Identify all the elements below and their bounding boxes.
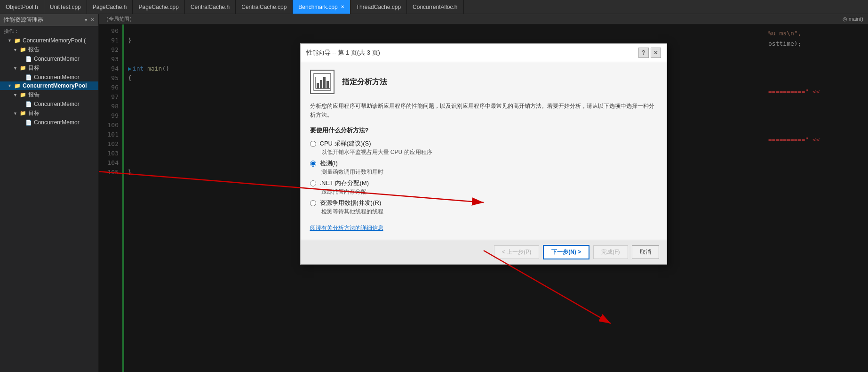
folder-icon: 📁	[20, 110, 26, 116]
radio-label-dotnet[interactable]: .NET 内存分配(M)	[310, 179, 657, 187]
finish-button[interactable]: 完成(F)	[593, 245, 628, 259]
chevron-down-icon: ▼	[13, 48, 18, 52]
close-tab-icon[interactable]: ✕	[341, 4, 344, 9]
tab-label: ObjectPool.h	[6, 4, 38, 10]
radio-item-dotnet: .NET 内存分配(M) 跟踪托管内存分配	[310, 179, 657, 196]
sidebar-pin-icon[interactable]: ▾	[85, 17, 88, 23]
dialog-titlebar: 性能向导 -- 第 1 页(共 3 页) ? ✕	[301, 44, 667, 62]
radio-dotnet[interactable]	[310, 180, 316, 186]
tab-pagecache-cpp[interactable]: PageCache.cpp	[133, 0, 184, 14]
next-button[interactable]: 下一步(N) >	[543, 245, 589, 259]
sidebar: 性能资源管理器 ▾ ✕ 操作： ▼ 📁 ConcurrentMemoryPool…	[0, 14, 99, 372]
radio-label-resource[interactable]: 资源争用数据(并发)(R)	[310, 199, 657, 207]
radio-dotnet-label: .NET 内存分配(M)	[320, 179, 369, 187]
radio-instrument-label: 检测(I)	[320, 159, 338, 168]
read-more-link[interactable]: 阅读有关分析方法的详细信息	[310, 225, 383, 231]
chevron-down-icon: ▼	[13, 93, 18, 97]
sidebar-item-target1[interactable]: ▼ 📁 目标	[0, 63, 98, 73]
code-content: 90 91 92 93 94 95 96 97 98 99 100 101 10…	[99, 24, 868, 372]
dialog-section-title: 指定分析方法	[342, 77, 387, 87]
chevron-down-icon: ▼	[8, 38, 12, 43]
tab-threadcache[interactable]: ThreadCache.cpp	[350, 0, 407, 14]
tab-benchmark[interactable]: Benchmark.cpp ✕	[293, 0, 350, 14]
tab-unittest[interactable]: UnitTest.cpp	[44, 0, 87, 14]
tab-objectpool[interactable]: ObjectPool.h	[0, 0, 44, 14]
dialog-title-buttons: ? ✕	[638, 48, 661, 58]
tree-item-label: 目标	[28, 109, 40, 117]
folder-icon: 📁	[20, 47, 26, 53]
chevron-down-icon: ▼	[13, 66, 18, 71]
sidebar-actions-label: 操作：	[0, 26, 98, 36]
folder-icon: 📁	[14, 38, 21, 44]
sidebar-header: 性能资源管理器 ▾ ✕	[0, 14, 98, 26]
radio-resource-label: 资源争用数据(并发)(R)	[320, 199, 382, 207]
tree-item-label: 报告	[28, 46, 40, 54]
tab-label: CentralCache.cpp	[241, 4, 287, 10]
tab-label: CentralCache.h	[191, 4, 230, 10]
tab-concurrentalloc[interactable]: ConcurrentAlloc.h	[407, 0, 463, 14]
sidebar-item-target1-file[interactable]: 📄 ConcurrentMemor	[0, 73, 98, 81]
radio-instrument-desc: 测量函数调用计数和用时	[321, 168, 657, 176]
radio-cpu[interactable]	[310, 141, 316, 147]
performance-chart-icon	[313, 73, 332, 91]
tab-centralcache-h[interactable]: CentralCache.h	[185, 0, 236, 14]
dialog-body: 指定分析方法 分析您的应用程序可帮助诊断应用程序的性能问题，以及识别应用程序中最…	[301, 62, 667, 240]
folder-icon: 📁	[14, 83, 21, 89]
sidebar-item-target2[interactable]: ▼ 📁 目标	[0, 108, 98, 118]
radio-label-cpu[interactable]: CPU 采样(建议)(S)	[310, 139, 657, 148]
radio-instrument[interactable]	[310, 161, 316, 167]
sidebar-ops: ▾ ✕	[85, 17, 95, 23]
tree-item-label: 目标	[28, 64, 40, 72]
dialog-icon	[310, 70, 334, 94]
svg-rect-4	[320, 80, 322, 89]
tab-label: ThreadCache.cpp	[356, 4, 401, 10]
breadcrumb-bar: （全局范围） ◎ main()	[99, 14, 868, 24]
radio-label-instrument[interactable]: 检测(I)	[310, 159, 657, 168]
tree-item-label: ConcurrentMemor	[34, 119, 80, 126]
radio-cpu-label: CPU 采样(建议)(S)	[320, 139, 371, 148]
folder-icon: 📁	[20, 65, 26, 71]
tab-label: ConcurrentAlloc.h	[413, 4, 457, 10]
sidebar-item-report1-file[interactable]: 📄 ConcurrentMemor	[0, 55, 98, 63]
breadcrumb-function: ◎ main()	[843, 16, 863, 22]
radio-item-cpu: CPU 采样(建议)(S) 以低开销水平监视占用大量 CPU 的应用程序	[310, 139, 657, 156]
close-dialog-button[interactable]: ✕	[651, 48, 661, 58]
tree-item-label: ConcurrentMemoryPool	[23, 82, 87, 89]
radio-resource-desc: 检测等待其他线程的线程	[321, 208, 657, 216]
tree-item-label: 报告	[28, 91, 40, 99]
dialog-description: 分析您的应用程序可帮助诊断应用程序的性能问题，以及识别应用程序中最常见的高开销方…	[310, 102, 657, 120]
tab-centralcache-cpp[interactable]: CentralCache.cpp	[236, 0, 293, 14]
sidebar-item-root2[interactable]: ▼ 📁 ConcurrentMemoryPool	[0, 81, 98, 90]
sidebar-item-report2-file[interactable]: 📄 ConcurrentMemor	[0, 100, 98, 108]
radio-cpu-desc: 以低开销水平监视占用大量 CPU 的应用程序	[321, 148, 657, 156]
sidebar-item-report2[interactable]: ▼ 📁 报告	[0, 90, 98, 100]
main-layout: 性能资源管理器 ▾ ✕ 操作： ▼ 📁 ConcurrentMemoryPool…	[0, 14, 868, 372]
performance-wizard-dialog: 性能向导 -- 第 1 页(共 3 页) ? ✕	[300, 43, 667, 265]
code-area: （全局范围） ◎ main() 90 91 92 93 94 95 96 97 …	[99, 14, 868, 372]
sidebar-item-report1[interactable]: ▼ 📁 报告	[0, 45, 98, 55]
file-icon: 📄	[25, 101, 32, 107]
file-icon: 📄	[25, 120, 32, 126]
tree-item-label: ConcurrentMemoryPool (	[23, 37, 86, 44]
prev-button[interactable]: < 上一步(P)	[494, 245, 539, 259]
tab-label: PageCache.h	[93, 4, 127, 10]
radio-resource[interactable]	[310, 200, 316, 206]
dialog-title: 性能向导 -- 第 1 页(共 3 页)	[306, 49, 380, 57]
dialog-icon-row: 指定分析方法	[310, 70, 657, 94]
sidebar-item-root1[interactable]: ▼ 📁 ConcurrentMemoryPool (	[0, 36, 98, 45]
chevron-down-icon: ▼	[8, 83, 12, 88]
sidebar-title: 性能资源管理器	[4, 16, 43, 24]
help-button[interactable]: ?	[638, 48, 649, 58]
radio-item-instrument: 检测(I) 测量函数调用计数和用时	[310, 159, 657, 176]
sidebar-item-target2-file[interactable]: 📄 ConcurrentMemor	[0, 118, 98, 127]
svg-rect-5	[323, 77, 326, 89]
radio-dotnet-desc: 跟踪托管内存分配	[321, 188, 657, 196]
cancel-button[interactable]: 取消	[632, 245, 659, 259]
file-icon: 📄	[25, 74, 32, 81]
tab-pagecache-h[interactable]: PageCache.h	[87, 0, 133, 14]
breadcrumb-scope: （全局范围）	[104, 16, 135, 23]
svg-rect-3	[317, 83, 319, 89]
sidebar-close-icon[interactable]: ✕	[90, 17, 95, 23]
tab-bar: ObjectPool.h UnitTest.cpp PageCache.h Pa…	[0, 0, 868, 14]
dialog-overlay: 性能向导 -- 第 1 页(共 3 页) ? ✕	[99, 24, 868, 372]
